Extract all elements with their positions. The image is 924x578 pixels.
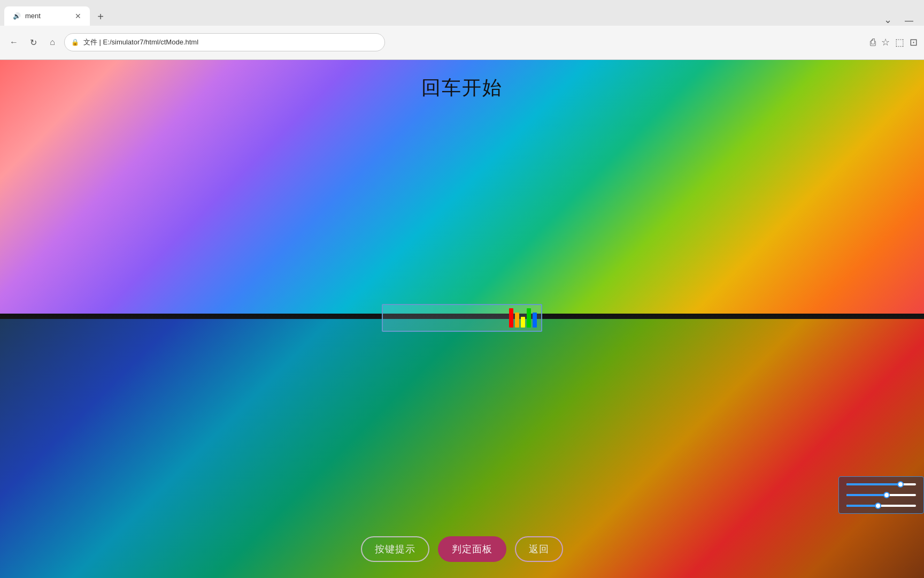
browser-chrome: 🔊 ment ✕ + ⌄ — ← ↻ ⌂ 🔒 文件 | E:/simulator… xyxy=(0,0,924,60)
color-bar-2 xyxy=(521,317,525,328)
slider-track-0 xyxy=(846,483,916,485)
refresh-button[interactable]: ↻ xyxy=(26,35,41,50)
color-bars xyxy=(509,308,537,328)
page-content: 回车开始 按键提示判定面板返回 xyxy=(0,60,924,578)
url-text: 文件 | E:/simulator7/html/ctMode.html xyxy=(83,37,198,47)
slider-track-1 xyxy=(846,494,916,496)
page-title: 回车开始 xyxy=(421,75,503,101)
slider-row-2[interactable] xyxy=(846,505,916,507)
slider-track-2 xyxy=(846,505,916,507)
toolbar-right: ⎙ ☆ ⬚ ⊡ xyxy=(870,36,918,48)
tab-close-button[interactable]: ✕ xyxy=(75,12,81,20)
slider-thumb-0 xyxy=(897,481,904,488)
tab-label: ment xyxy=(25,12,41,20)
slider-fill-0 xyxy=(846,483,900,485)
slider-thumb-2 xyxy=(875,503,881,509)
window-controls: — xyxy=(898,16,920,26)
active-tab[interactable]: 🔊 ment ✕ xyxy=(4,6,90,26)
tab-bar: 🔊 ment ✕ + ⌄ — xyxy=(0,0,924,26)
new-tab-button[interactable]: + xyxy=(92,9,109,26)
color-bar-0 xyxy=(509,308,513,328)
slider-fill-2 xyxy=(846,505,878,507)
center-bar xyxy=(382,304,542,332)
color-bar-1 xyxy=(515,313,519,328)
sliders-panel xyxy=(838,476,924,514)
slider-row-0[interactable] xyxy=(846,483,916,485)
back-button[interactable]: ← xyxy=(6,35,21,50)
btn-back[interactable]: 返回 xyxy=(515,536,563,562)
bottom-buttons: 按键提示判定面板返回 xyxy=(361,536,563,562)
home-button[interactable]: ⌂ xyxy=(45,35,60,50)
address-bar: ← ↻ ⌂ 🔒 文件 | E:/simulator7/html/ctMode.h… xyxy=(0,26,924,59)
slider-row-1[interactable] xyxy=(846,494,916,496)
url-bar[interactable]: 🔒 文件 | E:/simulator7/html/ctMode.html xyxy=(64,33,385,51)
extensions-icon[interactable]: ⬚ xyxy=(895,36,904,48)
tab-dropdown-button[interactable]: ⌄ xyxy=(880,14,896,26)
menu-icon[interactable]: ⊡ xyxy=(910,36,918,48)
color-bar-3 xyxy=(527,308,531,328)
minimize-button[interactable]: — xyxy=(905,16,913,26)
bookmark-icon[interactable]: ☆ xyxy=(881,36,890,48)
lock-icon: 🔒 xyxy=(71,39,79,46)
btn-judge[interactable]: 判定面板 xyxy=(438,536,506,562)
slider-thumb-1 xyxy=(883,492,890,498)
btn-hints[interactable]: 按键提示 xyxy=(361,536,429,562)
color-bar-4 xyxy=(533,313,537,328)
tab-audio-icon: 🔊 xyxy=(13,12,21,20)
share-icon[interactable]: ⎙ xyxy=(870,37,876,48)
slider-fill-1 xyxy=(846,494,887,496)
